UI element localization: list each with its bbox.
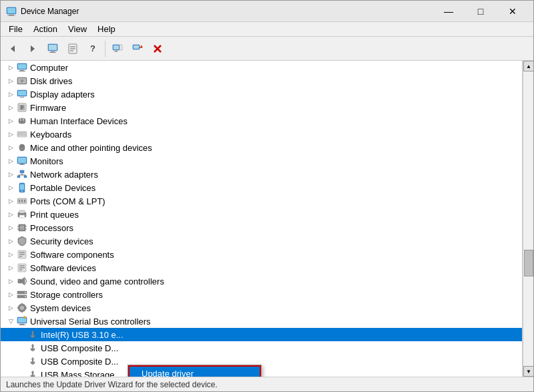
svg-rect-8 [51, 51, 55, 52]
expander-keyboards[interactable]: ▷ [6, 130, 15, 139]
label-sysdev: System devices [30, 303, 91, 313]
expander-usb1[interactable] [17, 330, 26, 339]
svg-rect-102 [20, 324, 24, 325]
toolbar-delete[interactable] [148, 39, 167, 58]
maximize-button[interactable]: □ [465, 1, 496, 22]
expander-mice[interactable]: ▷ [6, 143, 15, 152]
status-bar: Launches the Update Driver Wizard for th… [1, 377, 533, 391]
expander-print[interactable]: ▷ [6, 210, 15, 219]
svg-rect-88 [18, 279, 21, 283]
expander-portable[interactable]: ▷ [6, 183, 15, 192]
tree-item-portable[interactable]: ▷Portable Devices [1, 181, 522, 194]
label-storage: Storage controllers [30, 290, 103, 300]
scrollbar-up[interactable]: ▲ [523, 61, 533, 71]
tree-panel[interactable]: ▷Computer▷Disk drives▷Display adapters▷F… [1, 61, 523, 377]
expander-firmware[interactable]: ▷ [6, 103, 15, 112]
tree-item-computer[interactable]: ▷Computer [1, 61, 522, 74]
minimize-button[interactable]: — [433, 1, 464, 22]
tree-item-security[interactable]: ▷Security devices [1, 234, 522, 248]
toolbar-back[interactable] [3, 39, 22, 58]
tree-item-storage[interactable]: ▷Storage controllers [1, 288, 522, 301]
scrollbar-vertical[interactable]: ▲ ▼ [523, 61, 533, 377]
svg-rect-55 [21, 164, 23, 164]
svg-rect-47 [21, 132, 23, 134]
svg-point-93 [25, 296, 26, 297]
expander-sound[interactable]: ▷ [6, 276, 15, 286]
tree-item-disk[interactable]: ▷Disk drives [1, 74, 522, 87]
svg-marker-5 [31, 45, 35, 52]
label-sound: Sound, video and game controllers [30, 276, 164, 286]
tree-item-swdev[interactable]: ▷Software devices [1, 261, 522, 274]
expander-swdev[interactable]: ▷ [6, 263, 15, 272]
expander-usb2[interactable] [17, 343, 26, 353]
svg-rect-75 [20, 226, 24, 230]
expander-security[interactable]: ▷ [6, 236, 15, 246]
icon-usb1 [27, 329, 38, 340]
tree-item-usb1[interactable]: Intel(R) USB 3.10 e... [1, 328, 522, 341]
label-display: Display adapters [30, 89, 95, 100]
expander-sysdev[interactable]: ▷ [6, 303, 15, 313]
scrollbar-down[interactable]: ▼ [523, 366, 533, 377]
menu-file[interactable]: File [3, 23, 28, 35]
label-hid: Human Interface Devices [30, 116, 127, 126]
expander-usb3[interactable] [17, 357, 26, 366]
expander-ports[interactable]: ▷ [6, 196, 15, 206]
expander-computer[interactable]: ▷ [6, 63, 15, 72]
tree-item-sysdev[interactable]: ▷System devices [1, 301, 522, 315]
tree-item-ports[interactable]: ▷Ports (COM & LPT) [1, 194, 522, 208]
tree-item-monitors[interactable]: ▷Monitors [1, 154, 522, 168]
icon-storage [17, 289, 27, 300]
toolbar-update[interactable] [128, 39, 147, 58]
menu-help[interactable]: Help [92, 23, 121, 35]
expander-display[interactable]: ▷ [6, 89, 15, 99]
toolbar-help[interactable]: ? [83, 39, 102, 58]
icon-keyboards [17, 129, 27, 140]
tree-item-display[interactable]: ▷Display adapters [1, 87, 522, 101]
tree-item-network[interactable]: ▷Network adapters [1, 168, 522, 181]
menu-action[interactable]: Action [28, 23, 63, 35]
tree-item-usb2[interactable]: USB Composite D... [1, 341, 522, 355]
main-area: ▷Computer▷Disk drives▷Display adapters▷F… [1, 61, 533, 377]
svg-rect-7 [49, 45, 57, 50]
svg-rect-16 [115, 51, 117, 51]
context-menu-update[interactable]: Update driver [128, 365, 261, 377]
close-button[interactable]: ✕ [497, 1, 528, 22]
toolbar-computer[interactable] [43, 39, 62, 58]
tree-item-hid[interactable]: ▷Human Interface Devices [1, 114, 522, 128]
icon-firmware [17, 102, 27, 113]
context-menu: Update driver Uninstall device Scan for … [127, 365, 262, 377]
status-text: Launches the Update Driver Wizard for th… [6, 380, 218, 389]
svg-rect-27 [20, 70, 24, 71]
expander-usb4[interactable] [17, 370, 26, 377]
tree-item-mice[interactable]: ▷Mice and other pointing devices [1, 141, 522, 154]
tree-item-firmware[interactable]: ▷Firmware [1, 101, 522, 114]
svg-rect-46 [18, 132, 20, 134]
svg-rect-18 [119, 45, 122, 50]
tree-item-keyboards[interactable]: ▷Keyboards [1, 128, 522, 141]
scrollbar-thumb[interactable] [524, 250, 533, 276]
expander-swcomp[interactable]: ▷ [6, 250, 15, 259]
toolbar-scan[interactable] [108, 39, 127, 58]
expander-processors[interactable]: ▷ [6, 223, 15, 232]
menu-view[interactable]: View [63, 23, 92, 35]
expander-network[interactable]: ▷ [6, 170, 15, 179]
tree-item-print[interactable]: ▷Print queues [1, 208, 522, 221]
toolbar-properties[interactable] [63, 39, 82, 58]
expander-hid[interactable]: ▷ [6, 116, 15, 126]
expander-monitors[interactable]: ▷ [6, 156, 15, 166]
expander-usb[interactable]: ▽ [6, 317, 15, 326]
svg-rect-20 [134, 45, 139, 49]
title-bar: Device Manager — □ ✕ [1, 1, 533, 22]
tree-item-swcomp[interactable]: ▷Software components [1, 248, 522, 261]
expander-storage[interactable]: ▷ [6, 290, 15, 299]
tree-item-sound[interactable]: ▷Sound, video and game controllers [1, 274, 522, 288]
label-usb: Universal Serial Bus controllers [30, 317, 151, 327]
label-mice: Mice and other pointing devices [30, 143, 152, 153]
expander-disk[interactable]: ▷ [6, 76, 15, 85]
tree-item-processors[interactable]: ▷Processors [1, 221, 522, 234]
svg-rect-103 [19, 325, 25, 325]
toolbar-forward[interactable] [23, 39, 42, 58]
icon-print [17, 209, 27, 220]
tree-item-usb[interactable]: ▽Universal Serial Bus controllers [1, 315, 522, 328]
svg-point-32 [21, 80, 23, 81]
